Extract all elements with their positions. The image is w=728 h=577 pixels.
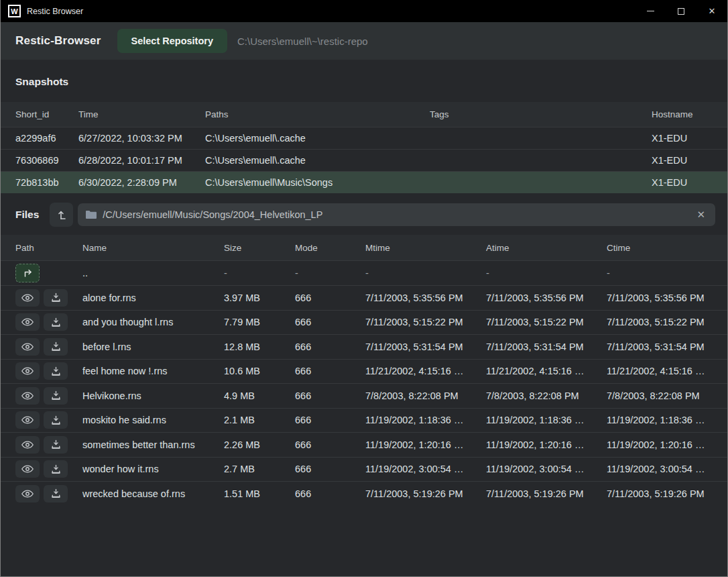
download-icon (51, 390, 61, 401)
eye-icon (21, 366, 34, 376)
eye-icon (21, 440, 34, 450)
file-ctime: 7/11/2003, 5:19:26 PM (607, 488, 727, 499)
eye-icon (21, 489, 34, 499)
snapshot-paths: C:\Users\emuell\.cache (205, 133, 430, 144)
snapshot-row[interactable]: 72b813bb 6/30/2022, 2:28:09 PM C:\Users\… (1, 171, 727, 193)
file-row[interactable]: wrecked because of.rns 1.51 MB 666 7/11/… (1, 481, 727, 506)
column-header-tags: Tags (430, 109, 652, 119)
window-title: Restic Browser (27, 7, 83, 16)
file-row[interactable]: sometimes better than.rns 2.26 MB 666 11… (1, 432, 727, 457)
titlebar: W Restic Browser ✕ (1, 0, 727, 22)
download-file-button[interactable] (44, 289, 68, 307)
download-icon (51, 488, 61, 499)
files-heading: Files (15, 209, 39, 221)
file-name: sometimes better than.rns (82, 439, 224, 450)
close-icon: ✕ (709, 6, 716, 16)
column-header-paths: Paths (205, 109, 430, 119)
file-ctime: 7/11/2003, 5:15:22 PM (607, 317, 727, 327)
file-name: before l.rns (82, 342, 224, 352)
current-path-text: /C/Users/emuell/Music/Songs/2004_Helveti… (103, 209, 694, 220)
preview-file-button[interactable] (15, 313, 40, 331)
file-row[interactable]: feel home now !.rns 10.6 MB 666 11/21/20… (1, 359, 727, 384)
preview-file-button[interactable] (15, 289, 40, 307)
file-mtime: 7/11/2003, 5:15:22 PM (365, 317, 486, 327)
file-size: 4.9 MB (224, 390, 295, 401)
file-ctime: 11/21/2002, 4:15:16 … (607, 366, 727, 376)
file-name: and you thought l.rns (82, 317, 224, 327)
download-icon (51, 342, 61, 352)
download-file-button[interactable] (44, 313, 68, 331)
preview-file-button[interactable] (15, 387, 40, 405)
preview-file-button[interactable] (15, 460, 40, 478)
file-ctime: - (607, 268, 727, 278)
file-ctime: 11/19/2002, 3:00:54 … (607, 464, 727, 474)
file-ctime: 11/19/2002, 1:20:16 … (607, 439, 727, 450)
file-mtime: 7/11/2003, 5:35:56 PM (365, 293, 486, 303)
snapshot-row[interactable]: 76306869 6/28/2022, 10:01:17 PM C:\Users… (1, 149, 727, 171)
file-atime: 7/11/2003, 5:35:56 PM (486, 293, 607, 303)
preview-file-button[interactable] (15, 338, 40, 356)
snapshot-time: 6/27/2022, 10:03:32 PM (78, 133, 205, 144)
preview-file-button[interactable] (15, 485, 40, 503)
path-up-button[interactable] (50, 203, 73, 227)
file-mode: 666 (295, 439, 365, 450)
eye-icon (21, 464, 34, 474)
file-row[interactable]: moskito he said.rns 2.1 MB 666 11/19/200… (1, 408, 727, 433)
download-file-button[interactable] (44, 387, 68, 405)
download-icon (51, 464, 61, 474)
folder-icon (86, 210, 97, 219)
file-mtime: 7/11/2003, 5:19:26 PM (365, 488, 486, 499)
maximize-button[interactable] (666, 0, 696, 22)
snapshot-hostname: X1-EDU (652, 177, 727, 188)
file-row[interactable]: wonder how it.rns 2.7 MB 666 11/19/2002,… (1, 457, 727, 482)
download-file-button[interactable] (44, 338, 68, 356)
preview-file-button[interactable] (15, 362, 40, 380)
app-window: W Restic Browser ✕ Restic-Browser Select… (0, 0, 728, 577)
file-ctime: 11/19/2002, 1:18:36 … (607, 415, 727, 425)
download-file-button[interactable] (44, 362, 68, 380)
column-header-size: Size (224, 243, 295, 253)
snapshot-hostname: X1-EDU (652, 155, 727, 166)
current-path-field[interactable]: /C/Users/emuell/Music/Songs/2004_Helveti… (78, 203, 715, 226)
file-size: - (224, 268, 295, 278)
file-row[interactable]: before l.rns 12.8 MB 666 7/11/2003, 5:31… (1, 334, 727, 359)
minimize-button[interactable] (635, 0, 666, 22)
select-repository-button[interactable]: Select Repository (117, 29, 228, 53)
file-mtime: 11/19/2002, 1:20:16 … (365, 439, 486, 450)
file-name: alone for.rns (82, 293, 224, 303)
preview-file-button[interactable] (15, 436, 40, 454)
parent-directory-row[interactable]: .. - - - - - (1, 260, 727, 285)
download-icon (51, 293, 61, 303)
column-header-mtime: Mtime (365, 243, 486, 253)
snapshot-row[interactable]: a2299af6 6/27/2022, 10:03:32 PM C:\Users… (1, 127, 727, 149)
download-icon (51, 439, 61, 450)
preview-file-button[interactable] (15, 411, 40, 429)
app-logo-icon: W (8, 5, 21, 17)
download-file-button[interactable] (44, 485, 68, 503)
file-name: wonder how it.rns (82, 464, 224, 474)
snapshot-short-id: a2299af6 (15, 133, 78, 144)
file-row[interactable]: and you thought l.rns 7.79 MB 666 7/11/2… (1, 310, 727, 335)
minimize-icon (647, 11, 654, 11)
download-file-button[interactable] (44, 436, 68, 454)
file-mode: - (295, 268, 365, 278)
file-mtime: 11/19/2002, 1:18:36 … (365, 415, 486, 425)
file-size: 12.8 MB (224, 342, 295, 352)
eye-icon (21, 415, 34, 425)
file-mode: 666 (295, 390, 365, 401)
file-row[interactable]: Helvikone.rns 4.9 MB 666 7/8/2003, 8:22:… (1, 383, 727, 408)
file-mtime: 11/19/2002, 3:00:54 … (365, 464, 486, 474)
download-file-button[interactable] (44, 460, 68, 478)
file-ctime: 7/11/2003, 5:31:54 PM (607, 342, 727, 352)
app-title: Restic-Browser (15, 34, 101, 48)
go-up-directory-button[interactable] (15, 264, 40, 282)
clear-path-button[interactable]: ✕ (694, 209, 707, 221)
eye-icon (21, 293, 34, 303)
file-row[interactable]: alone for.rns 3.97 MB 666 7/11/2003, 5:3… (1, 285, 727, 310)
column-header-short-id: Short_id (15, 109, 78, 119)
close-button[interactable]: ✕ (696, 0, 727, 22)
snapshots-table: Short_id Time Paths Tags Hostname a2299a… (1, 102, 727, 193)
download-file-button[interactable] (44, 411, 68, 429)
file-name: moskito he said.rns (82, 415, 224, 425)
download-icon (51, 366, 61, 376)
